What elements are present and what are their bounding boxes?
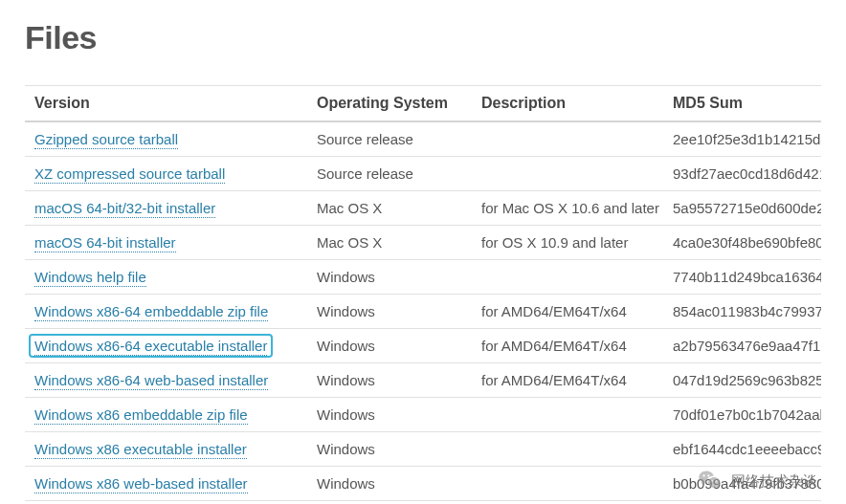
- wechat-icon: [697, 468, 724, 494]
- cell-desc: for AMD64/EM64T/x64: [472, 329, 663, 363]
- cell-version: Windows help file: [25, 260, 307, 295]
- cell-os: Windows: [307, 467, 472, 501]
- cell-os: Mac OS X: [307, 226, 472, 260]
- cell-version: macOS 64-bit installer: [25, 226, 307, 260]
- cell-os: Windows: [307, 398, 472, 432]
- cell-os: Windows: [307, 295, 472, 329]
- cell-os: Windows: [307, 329, 472, 363]
- col-os: Operating System: [307, 86, 472, 122]
- cell-desc: [472, 157, 663, 191]
- download-link[interactable]: Windows x86 web-based installer: [34, 475, 248, 493]
- cell-version: Windows x86-64 embeddable zip file: [25, 295, 307, 329]
- cell-md5: ebf1644cdc1eeeebacc92a: [663, 432, 821, 467]
- cell-version: Windows x86 embeddable zip file: [25, 398, 307, 432]
- cell-md5: 5a95572715e0d600de28c: [663, 191, 821, 226]
- table-header-row: Version Operating System Description MD5…: [25, 86, 821, 122]
- cell-md5: 854ac011983b4c799379a: [663, 295, 821, 329]
- footer-brand-text: 网络技术杂谈: [731, 472, 817, 491]
- cell-os: Windows: [307, 260, 472, 295]
- cell-os: Source release: [307, 121, 472, 157]
- download-link[interactable]: Windows x86-64 executable installer: [34, 338, 267, 356]
- cell-desc: for OS X 10.9 and later: [472, 226, 663, 260]
- cell-desc: [472, 467, 663, 501]
- table-row: Windows x86 executable installerWindowse…: [25, 432, 821, 467]
- cell-os: Windows: [307, 432, 472, 467]
- table-row: Windows x86 embeddable zip fileWindows70…: [25, 398, 821, 432]
- cell-md5: 4ca0e30f48be690bfe8011: [663, 226, 821, 260]
- table-row: XZ compressed source tarballSource relea…: [25, 157, 821, 191]
- table-row: macOS 64-bit installerMac OS Xfor OS X 1…: [25, 226, 821, 260]
- col-md5: MD5 Sum: [663, 86, 821, 122]
- cell-desc: for AMD64/EM64T/x64: [472, 363, 663, 398]
- table-row: Windows help fileWindows7740b11d249bca16…: [25, 260, 821, 295]
- download-link[interactable]: XZ compressed source tarball: [34, 165, 225, 184]
- table-row: Windows x86-64 executable installerWindo…: [25, 329, 821, 363]
- cell-desc: for AMD64/EM64T/x64: [472, 295, 663, 329]
- cell-version: Windows x86-64 executable installer: [25, 329, 307, 363]
- table-row: Gzipped source tarballSource release2ee1…: [25, 121, 821, 157]
- cell-version: XZ compressed source tarball: [25, 157, 307, 191]
- download-link[interactable]: macOS 64-bit installer: [34, 234, 176, 252]
- cell-md5: 93df27aec0cd18d6d4217: [663, 157, 821, 191]
- table-row: Windows x86-64 web-based installerWindow…: [25, 363, 821, 398]
- table-row: Windows x86-64 embeddable zip fileWindow…: [25, 295, 821, 329]
- footer-brand: 网络技术杂谈: [697, 468, 817, 494]
- cell-version: macOS 64-bit/32-bit installer: [25, 191, 307, 226]
- cell-desc: [472, 432, 663, 467]
- download-link[interactable]: Windows x86-64 embeddable zip file: [34, 303, 268, 321]
- cell-md5: 7740b11d249bca16364f4: [663, 260, 821, 295]
- cell-desc: [472, 121, 663, 157]
- cell-md5: a2b79563476e9aa47f1185: [663, 329, 821, 363]
- cell-version: Windows x86 web-based installer: [25, 467, 307, 501]
- files-table: Version Operating System Description MD5…: [25, 85, 821, 501]
- col-desc: Description: [472, 86, 663, 122]
- download-link[interactable]: Windows x86 embeddable zip file: [34, 406, 248, 425]
- cell-desc: [472, 398, 663, 432]
- download-link[interactable]: Gzipped source tarball: [34, 131, 178, 149]
- cell-desc: [472, 260, 663, 295]
- download-link[interactable]: Windows x86-64 web-based installer: [34, 372, 268, 390]
- cell-version: Gzipped source tarball: [25, 121, 307, 157]
- cell-os: Source release: [307, 157, 472, 191]
- cell-os: Mac OS X: [307, 191, 472, 226]
- cell-version: Windows x86-64 web-based installer: [25, 363, 307, 398]
- highlight-box: Windows x86-64 executable installer: [29, 334, 273, 358]
- cell-desc: for Mac OS X 10.6 and later: [472, 191, 663, 226]
- cell-md5: 2ee10f25e3d1b14215d56: [663, 121, 821, 157]
- col-version: Version: [25, 86, 307, 122]
- cell-md5: 047d19d2569c963b8253a: [663, 363, 821, 398]
- page-title: Files: [25, 19, 821, 56]
- cell-version: Windows x86 executable installer: [25, 432, 307, 467]
- download-link[interactable]: Windows x86 executable installer: [34, 441, 247, 459]
- download-link[interactable]: Windows help file: [34, 269, 146, 287]
- table-row: macOS 64-bit/32-bit installerMac OS Xfor…: [25, 191, 821, 226]
- download-link[interactable]: macOS 64-bit/32-bit installer: [34, 200, 215, 218]
- cell-os: Windows: [307, 363, 472, 398]
- cell-md5: 70df01e7b0c1b7042aabb: [663, 398, 821, 432]
